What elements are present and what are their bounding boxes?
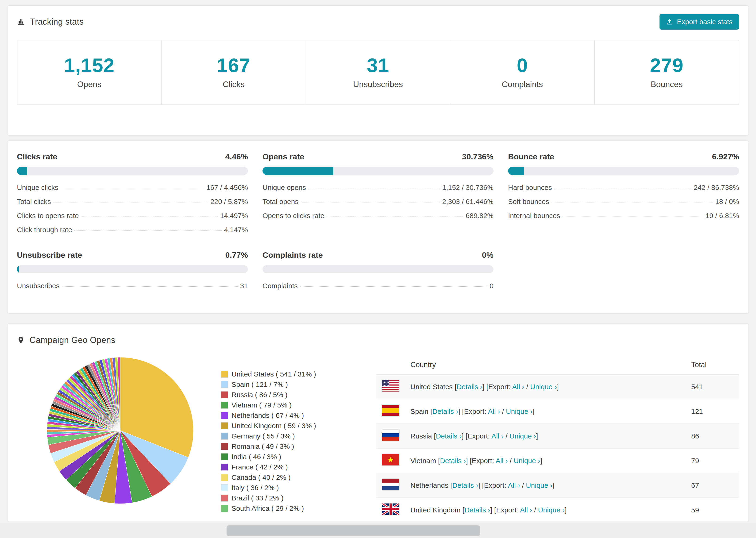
rate-row-hard-bounces: Hard bounces242 / 86.738% [508, 181, 739, 194]
geo-row-spain: Spain [Details ›] [Export: All › / Uniqu… [376, 399, 739, 424]
flag-cell [376, 498, 404, 522]
flag-cell [376, 374, 404, 399]
geo-table-body: United States [Details ›] [Export: All ›… [376, 374, 739, 522]
rate-row-value: 19 / 6.81% [706, 212, 739, 220]
export-all-link[interactable]: All › [488, 407, 500, 415]
progress-bar [17, 265, 248, 273]
dotted-leader [327, 216, 463, 216]
page: Tracking stats Export basic stats 1,152O… [0, 0, 756, 522]
country-cell: Spain [Details ›] [Export: All › / Uniqu… [404, 399, 685, 424]
horizontal-scrollbar-track[interactable] [0, 523, 756, 538]
legend-swatch [221, 381, 228, 388]
rate-title: Unsubscribe rate [17, 250, 82, 260]
details-link[interactable]: Details › [457, 383, 482, 391]
tracking-stats-header: Tracking stats Export basic stats [17, 14, 739, 29]
rate-row-value: 2,303 / 61.446% [442, 198, 494, 206]
rate-row-label: Unique clicks [17, 184, 58, 191]
legend-swatch [221, 371, 228, 377]
rate-row-label: Total clicks [17, 198, 51, 206]
legend-label: South Africa ( 29 / 2% ) [232, 505, 304, 512]
country-cell: United States [Details ›] [Export: All ›… [404, 374, 685, 399]
rate-block-opens-rate: Opens rate30.736%Unique opens1,152 / 30.… [262, 152, 494, 237]
legend-label: France ( 42 / 2% ) [232, 463, 288, 471]
export-all-link[interactable]: All › [512, 383, 524, 391]
stat-value: 0 [450, 54, 594, 77]
rate-rows: Complaints0 [262, 279, 494, 293]
geo-row-vietnam: Vietnam [Details ›] [Export: All › / Uni… [376, 448, 739, 473]
export-basic-stats-button[interactable]: Export basic stats [660, 14, 739, 29]
country-cell: United Kingdom [Details ›] [Export: All … [404, 498, 685, 522]
rate-row-value: 689.82% [466, 212, 494, 220]
rate-row-complaints: Complaints0 [262, 279, 494, 293]
rates-card: Clicks rate4.46%Unique clicks167 / 4.456… [7, 140, 749, 314]
rate-row-click-through-rate: Click through rate4.147% [17, 223, 248, 237]
dotted-leader [308, 188, 440, 188]
rate-percent: 0% [482, 250, 494, 260]
rate-row-value: 220 / 5.87% [210, 198, 248, 206]
legend-label: United States ( 541 / 31% ) [232, 370, 316, 378]
legend-swatch [221, 433, 228, 439]
legend-item-united-kingdom: United Kingdom ( 59 / 3% ) [221, 421, 367, 431]
details-link[interactable]: Details › [432, 407, 458, 415]
progress-bar [262, 265, 494, 273]
geo-table-header-row: Country Total [376, 355, 739, 374]
export-unique-link[interactable]: Unique › [526, 481, 553, 489]
rate-rows: Unique clicks167 / 4.456%Total clicks220… [17, 181, 248, 237]
legend-swatch [221, 392, 228, 398]
country-total: 67 [685, 473, 739, 498]
rate-head: Bounce rate6.927% [508, 152, 739, 161]
rate-title: Complaints rate [262, 250, 323, 260]
rate-row-value: 14.497% [220, 212, 248, 220]
progress-bar-fill [17, 167, 27, 175]
map-pin-icon [17, 336, 25, 344]
rate-row-unique-opens: Unique opens1,152 / 30.736% [262, 181, 494, 194]
legend-item-canada: Canada ( 40 / 2% ) [221, 472, 367, 483]
rate-row-value: 31 [240, 282, 248, 290]
legend-label: Italy ( 36 / 2% ) [232, 484, 279, 492]
rate-block-bounce-rate: Bounce rate6.927%Hard bounces242 / 86.73… [508, 152, 739, 237]
export-unique-link[interactable]: Unique › [514, 457, 540, 464]
rate-row-value: 4.147% [224, 226, 248, 234]
legend-label: Germany ( 55 / 3% ) [232, 432, 295, 440]
country-total: 121 [685, 399, 739, 424]
legend-item-romania: Romania ( 49 / 3% ) [221, 441, 367, 452]
stat-value: 1,152 [17, 54, 161, 77]
details-link[interactable]: Details › [436, 432, 461, 440]
rate-title: Bounce rate [508, 152, 554, 161]
export-unique-link[interactable]: Unique › [510, 432, 536, 440]
rate-row-label: Soft bounces [508, 198, 549, 206]
export-unique-link[interactable]: Unique › [530, 383, 557, 391]
stat-label: Opens [17, 80, 161, 89]
legend-swatch [221, 412, 228, 419]
rate-row-label: Hard bounces [508, 184, 552, 191]
flag-netherlands-icon [382, 479, 399, 490]
pie-svg [45, 355, 195, 506]
dotted-leader [300, 286, 487, 287]
country-total: 541 [685, 374, 739, 399]
progress-bar-fill [17, 265, 19, 273]
export-all-link[interactable]: All › [520, 506, 532, 514]
rate-head: Complaints rate0% [262, 250, 494, 260]
rate-row-soft-bounces: Soft bounces18 / 0% [508, 194, 739, 209]
export-unique-link[interactable]: Unique › [506, 407, 532, 415]
rate-row-label: Unique opens [262, 184, 306, 191]
details-link[interactable]: Details › [464, 506, 490, 514]
dotted-leader [53, 202, 208, 202]
rate-row-total-clicks: Total clicks220 / 5.87% [17, 194, 248, 209]
country-total: 86 [685, 424, 739, 448]
country-name: United Kingdom [410, 506, 460, 514]
legend-label: Netherlands ( 67 / 4% ) [232, 411, 304, 419]
dotted-leader [563, 216, 703, 216]
legend-swatch [221, 474, 228, 481]
details-link[interactable]: Details › [440, 457, 466, 464]
export-all-link[interactable]: All › [496, 457, 508, 464]
rate-row-label: Click through rate [17, 226, 72, 234]
horizontal-scrollbar-thumb[interactable] [227, 525, 480, 536]
export-all-link[interactable]: All › [508, 481, 520, 489]
export-unique-link[interactable]: Unique › [538, 506, 565, 514]
export-all-link[interactable]: All › [491, 432, 504, 440]
legend-item-france: France ( 42 / 2% ) [221, 462, 367, 472]
details-link[interactable]: Details › [452, 481, 478, 489]
flag-cell [376, 424, 404, 448]
legend-label: Spain ( 121 / 7% ) [232, 381, 288, 389]
